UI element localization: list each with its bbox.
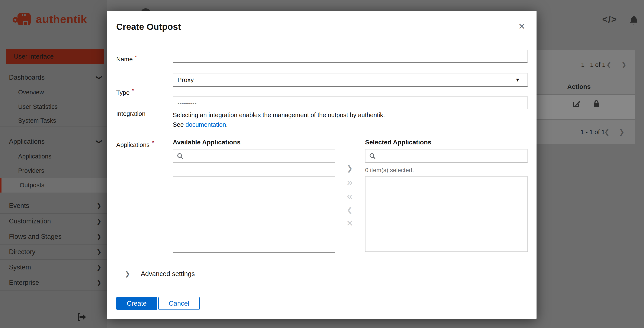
integration-help-see: See documentation. [173, 121, 228, 128]
selected-count-text: 0 item(s) selected. [365, 167, 414, 173]
type-field-label: Type* [116, 87, 134, 96]
available-search-input[interactable] [186, 150, 335, 162]
sidebar-group-directory[interactable]: Directory ❯ [0, 245, 106, 259]
chevron-right-icon: ❯ [96, 264, 102, 270]
type-select[interactable]: Proxy ▼ [173, 73, 528, 87]
logo-text: authentik [36, 13, 87, 25]
chevron-right-icon: ❯ [96, 203, 102, 209]
caret-down-icon: ▼ [515, 77, 520, 83]
sidebar-divider [0, 290, 106, 291]
name-input[interactable] [173, 50, 528, 63]
available-applications-title: Available Applications [173, 139, 240, 146]
add-selected-icon[interactable]: ❯ [340, 162, 359, 174]
name-field-label: Name* [116, 54, 137, 63]
user-interface-label: User interface [14, 53, 54, 60]
close-icon[interactable]: ✕ [514, 20, 529, 32]
required-asterisk: * [132, 87, 134, 94]
selected-applications-title: Selected Applications [365, 139, 432, 146]
applications-field-label: Applications* [116, 140, 154, 149]
selected-search[interactable] [365, 149, 528, 163]
sidebar-group-applications[interactable]: Applications ❯ [0, 134, 106, 149]
pagination-next-icon[interactable]: ❯ [621, 62, 626, 68]
remove-all-icon[interactable]: « [340, 190, 359, 202]
required-asterisk: * [135, 54, 137, 60]
chevron-right-icon: ❯ [96, 249, 102, 255]
add-all-icon[interactable]: » [340, 176, 359, 188]
required-asterisk: * [152, 140, 154, 146]
chevron-down-icon: ❯ [96, 75, 102, 80]
lock-icon[interactable] [592, 100, 600, 108]
chevron-right-icon: ❯ [125, 271, 130, 277]
pagination-prev-icon[interactable]: ❮ [606, 62, 612, 68]
available-applications-list[interactable] [173, 176, 335, 253]
chevron-right-icon: ❯ [96, 218, 102, 224]
sidebar-group-dashboards[interactable]: Dashboards ❯ [0, 70, 106, 85]
sidebar-group-system[interactable]: System ❯ [0, 260, 106, 275]
sidebar-group-customization[interactable]: Customization ❯ [0, 214, 106, 229]
pagination-range: 1 - 1 of 1 [581, 61, 606, 68]
sidebar: authentik User interface Dashboards ❯ Ov… [0, 0, 106, 328]
cancel-button[interactable]: Cancel [158, 297, 200, 310]
search-icon [176, 153, 184, 160]
pagination-range: 1 - 1 of 1 [580, 129, 605, 136]
sidebar-group-enterprise[interactable]: Enterprise ❯ [0, 275, 106, 290]
sidebar-group-flows-and-stages[interactable]: Flows and Stages ❯ [0, 229, 106, 244]
chevron-down-icon: ❯ [96, 139, 102, 144]
integration-select[interactable]: --------- [173, 96, 528, 109]
sidebar-divider [0, 127, 106, 127]
create-outpost-modal: Create Outpost ✕ Name* Type* Proxy ▼ Int… [106, 11, 536, 319]
sidebar-group-events[interactable]: Events ❯ [0, 198, 106, 213]
sidebar-item-user-statistics[interactable]: User Statistics [0, 99, 106, 114]
sidebar-item-applications[interactable]: Applications [0, 149, 106, 164]
actions-column-header: Actions [567, 83, 591, 90]
edit-icon[interactable] [572, 99, 581, 108]
integration-help-text: Selecting an integration enables the man… [173, 112, 385, 119]
advanced-settings-label: Advanced settings [141, 270, 195, 278]
remove-selected-icon[interactable]: ❮ [340, 204, 359, 216]
available-search[interactable] [173, 149, 335, 163]
integration-select-value: --------- [178, 99, 196, 107]
pagination-next-icon[interactable]: ❯ [619, 129, 624, 135]
api-code-icon[interactable]: </> [602, 14, 617, 25]
sign-out-icon[interactable] [75, 311, 88, 323]
type-select-value: Proxy [178, 76, 194, 83]
documentation-link[interactable]: documentation [186, 121, 226, 128]
search-icon [369, 153, 376, 160]
pagination-prev-icon[interactable]: ❮ [604, 129, 610, 135]
advanced-settings-toggle[interactable]: ❯ Advanced settings [125, 270, 195, 278]
create-button[interactable]: Create [116, 297, 157, 310]
chevron-right-icon: ❯ [96, 234, 102, 240]
authentik-logo-icon [12, 11, 33, 27]
sidebar-item-overview[interactable]: Overview [0, 85, 106, 100]
sidebar-item-user-interface[interactable]: User interface [6, 49, 104, 64]
chevron-right-icon: ❯ [96, 280, 102, 286]
clear-icon[interactable]: ✕ [340, 217, 359, 229]
selected-applications-list[interactable] [365, 176, 528, 252]
integration-field-label: Integration [116, 110, 146, 117]
modal-title: Create Outpost [116, 22, 181, 32]
authentik-logo: authentik [12, 10, 87, 28]
notifications-bell-icon[interactable] [629, 15, 639, 25]
sidebar-item-system-tasks[interactable]: System Tasks [0, 113, 106, 128]
sidebar-item-outposts[interactable]: Outposts [0, 178, 106, 192]
sidebar-item-providers[interactable]: Providers [0, 163, 106, 178]
selected-search-input[interactable] [379, 150, 527, 162]
